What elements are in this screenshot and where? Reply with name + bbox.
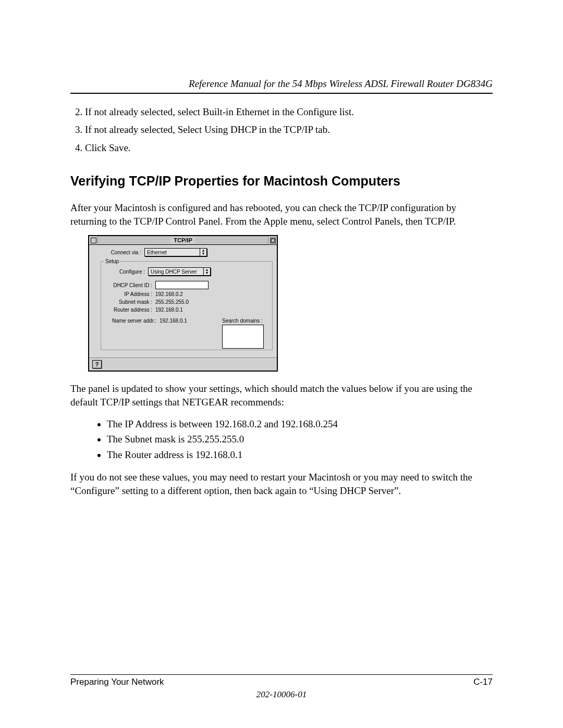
bullet-ip-range: The IP Address is between 192.168.0.2 an… <box>107 416 493 431</box>
footer-section: Preparing Your Network <box>70 677 164 687</box>
zoom-icon <box>270 238 276 243</box>
dhcp-client-id-label: DHCP Client ID : <box>104 282 155 288</box>
bullet-router: The Router address is 192.168.0.1 <box>107 447 493 462</box>
close-icon <box>91 238 96 243</box>
updown-icon: ▲▼ <box>200 249 206 256</box>
footer-rule <box>70 674 493 675</box>
tcpip-panel: TCP/IP Connect via : Ethernet ▲▼ Setup C… <box>88 235 278 372</box>
footer-row: Preparing Your Network C-17 <box>70 677 493 687</box>
step-2: If not already selected, select Built-in… <box>85 104 493 120</box>
zoom-button[interactable] <box>268 236 277 244</box>
step-3: If not already selected, Select Using DH… <box>85 122 493 138</box>
dhcp-client-id-input[interactable] <box>155 281 209 289</box>
section-heading: Verifying TCP/IP Properties for Macintos… <box>70 174 493 189</box>
intro-paragraph: After your Macintosh is configured and h… <box>70 201 493 228</box>
help-icon: ? <box>95 361 99 367</box>
footer-page: C-17 <box>473 677 493 687</box>
document-page: Reference Manual for the 54 Mbps Wireles… <box>0 0 563 728</box>
updown-icon: ▲▼ <box>203 268 210 275</box>
bullet-subnet: The Subnet mask is 255.255.255.0 <box>107 431 493 447</box>
ip-address-label: IP Address : <box>104 291 155 297</box>
name-server-label: Name server addr.: <box>104 318 160 324</box>
panel-footer: ? <box>89 357 277 371</box>
subnet-mask-label: Subnet mask : <box>104 299 155 305</box>
step-list: If not already selected, select Built-in… <box>70 104 493 156</box>
connect-via-label: Connect via : <box>93 250 144 255</box>
setup-group: Setup Configure : Using DHCP Server ▲▼ D… <box>101 258 273 350</box>
after-panel-paragraph: The panel is updated to show your settin… <box>70 382 493 409</box>
step-4: Click Save. <box>85 140 493 156</box>
search-domains-input[interactable] <box>222 325 264 349</box>
configure-value: Using DHCP Server <box>151 269 197 275</box>
help-button[interactable]: ? <box>92 360 102 368</box>
footer-docnum: 202-10006-01 <box>0 689 563 700</box>
router-address-label: Router address : <box>104 307 155 313</box>
panel-title: TCP/IP <box>170 237 195 243</box>
close-button[interactable] <box>89 236 98 244</box>
configure-label: Configure : <box>104 269 148 275</box>
router-address-value: 192.168.0.1 <box>155 307 183 313</box>
recommended-values-list: The IP Address is between 192.168.0.2 an… <box>70 416 493 462</box>
panel-titlebar[interactable]: TCP/IP <box>89 236 277 245</box>
configure-dropdown[interactable]: Using DHCP Server ▲▼ <box>148 267 211 276</box>
panel-body: Connect via : Ethernet ▲▼ Setup Configur… <box>89 245 277 357</box>
search-domains-label: Search domains : <box>222 318 269 324</box>
header-rule <box>70 93 493 94</box>
subnet-mask-value: 255.255.255.0 <box>155 299 189 305</box>
running-header: Reference Manual for the 54 Mbps Wireles… <box>70 78 493 93</box>
ip-address-value: 192.168.0.2 <box>155 291 183 297</box>
connect-via-dropdown[interactable]: Ethernet ▲▼ <box>144 248 207 256</box>
name-server-value: 192.168.0.1 <box>160 318 187 324</box>
setup-legend: Setup <box>104 258 120 264</box>
titlebar-drag-area[interactable]: TCP/IP <box>98 236 268 244</box>
connect-via-value: Ethernet <box>147 250 167 255</box>
closing-paragraph: If you do not see these values, you may … <box>70 471 493 497</box>
